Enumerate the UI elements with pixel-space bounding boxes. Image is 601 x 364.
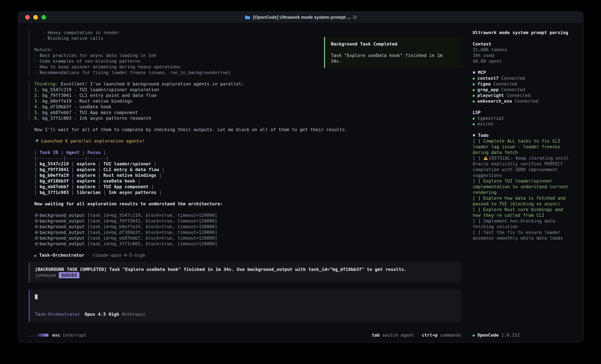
todo-checkbox: [ ]	[473, 138, 483, 144]
gear-icon	[34, 213, 39, 217]
tab-key-hint: tab	[372, 332, 380, 338]
banner-text: [BACKGROUND TASK COMPLETED] Task "Explor…	[35, 267, 456, 272]
tool-name: background_output	[40, 241, 85, 246]
window-titlebar[interactable]: [OpenCode] Ultrawork mode system prompt …	[18, 12, 583, 23]
prompt-input[interactable]: Task-OrchestratorOpus 4.5 HighAnthropic	[29, 290, 461, 322]
connected-dot-icon	[473, 123, 475, 125]
table-cell: bg_37f1c003	[40, 190, 69, 195]
todo-item: [ ] Explore Rust core bindings and how t…	[473, 207, 573, 218]
status-bar-right: tab switch agent ctrl+p commands	[372, 332, 461, 338]
table-cell: explore	[77, 178, 95, 183]
tool-call-line: background_output[task_id=bg_b0effa19, b…	[29, 224, 461, 230]
connected-dot-icon	[473, 83, 475, 86]
input-cursor-line[interactable]	[35, 294, 456, 300]
table-header-cell: Agent	[66, 150, 79, 155]
input-agent-name[interactable]: Task-Orchestrator	[35, 312, 80, 317]
table-row: | bg_f9ff3041 | explore | CLI entry & da…	[29, 167, 461, 172]
agent-header: Task-Orchestrator· claude-opus-4-5-high	[29, 252, 461, 258]
list-number: 1.	[34, 87, 42, 92]
todo-text: Explore Rust core bindings and how they'…	[473, 207, 566, 218]
gear-icon	[34, 230, 39, 235]
sidebar[interactable]: Ultrawork mode system prompt parsing Con…	[473, 23, 583, 342]
todo-text: Explore how data is fetched and passed t…	[473, 196, 568, 206]
table-cell: bg_eb87ebb7	[40, 184, 69, 189]
tab-key-label: switch agent	[382, 332, 414, 338]
sidebar-footer: OpenCode1.0.152	[473, 332, 573, 338]
mcp-name: context7	[477, 76, 499, 81]
list-number: 2.	[34, 93, 42, 98]
table-row: | bg_5547c219 | explore | TUI loader/spi…	[29, 161, 461, 167]
todo-heading[interactable]: ▼ Todo	[473, 133, 573, 138]
tool-output-line: - Recommendations for fixing loader free…	[30, 70, 461, 75]
tool-name: background_output	[40, 230, 85, 235]
table-cell: useData hook	[103, 178, 135, 183]
tool-output-line: - Heavy computation in render	[30, 30, 461, 35]
tool-call-line: background_output[task_id=bg_f9ff3041, b…	[29, 218, 461, 224]
todo-checkbox: [ ]	[473, 207, 483, 212]
context-used: 16% used	[473, 53, 573, 58]
mcp-name: websearch_exa	[477, 98, 512, 104]
agent-name: Task-Orchestrator	[39, 253, 84, 258]
mcp-item-figma: figmaConnected	[473, 81, 573, 87]
list-number: 3.	[34, 98, 42, 104]
table-header-row: | Task ID | Agent | Focus |	[29, 150, 461, 155]
table-cell: bg_5547c219	[40, 161, 69, 166]
task-completed-toast[interactable]: Background Task Completed Task "Explore …	[324, 37, 461, 68]
table-cell: explore	[77, 184, 95, 189]
tool-call-line: background_output[task_id=bg_df18bb3f, b…	[29, 230, 461, 235]
table-row: | bg_37f1c003 | librarian | Ink async pa…	[29, 190, 461, 195]
text-cursor	[35, 294, 38, 299]
close-window-button[interactable]	[25, 15, 30, 19]
todo-item: [ ] CRITICAL: Keep iterating until Oracl…	[473, 155, 573, 178]
mcp-name: playwright	[477, 93, 504, 98]
table-cell: Ink async patterns	[109, 190, 156, 195]
context-spent: $0.00 spent	[473, 58, 573, 64]
queued-user: junhoyeo	[35, 273, 56, 278]
mcp-heading[interactable]: ▼ MCP	[473, 70, 573, 75]
todo-item: [ ] Explore TUI loader/spinner implement…	[473, 178, 573, 195]
mcp-status: Connected	[493, 81, 517, 86]
context-tokens: 31,686 tokens	[473, 47, 573, 53]
tool-args: [task_id=bg_37f1c003, block=true, timeou…	[87, 241, 217, 246]
table-header-cell: Focus	[87, 150, 100, 155]
tool-call-line: background_output[task_id=bg_37f1c003, b…	[29, 241, 461, 247]
todo-checkbox: [ ]	[473, 218, 483, 223]
list-number: 6.	[34, 116, 42, 121]
window-title: [OpenCode] Ultrawork mode system prompt …	[253, 15, 351, 20]
tool-args: [task_id=bg_eb87ebb7, block=true, timeou…	[87, 236, 217, 240]
tool-name: background_output	[40, 236, 85, 240]
connected-dot-icon	[473, 100, 475, 103]
input-footer: Task-OrchestratorOpus 4.5 HighAnthropic	[35, 311, 456, 317]
table-row: | bg_b0effa19 | explore | Rust native bi…	[29, 172, 461, 178]
lsp-name: typescript	[477, 116, 504, 121]
status-bar: esc interrupt tab switch agent ctrl+p co…	[29, 332, 461, 338]
list-text: bg_f9ff3041 - CLI entry point and data f…	[42, 93, 156, 98]
wait-note: Now I'll wait for all of them to complet…	[29, 127, 461, 133]
mcp-status: Connected	[501, 87, 525, 92]
list-text: bg_37f1c003 - Ink async patterns researc…	[42, 116, 151, 121]
folder-icon	[245, 15, 250, 19]
traffic-lights	[25, 15, 46, 19]
progress-bar	[38, 334, 48, 337]
zoom-window-button[interactable]	[41, 15, 46, 19]
gear-icon	[34, 242, 39, 246]
circle-outline-icon	[353, 16, 357, 19]
table-cell: explore	[77, 173, 95, 178]
tool-name: background_output	[40, 213, 85, 218]
list-number: 4.	[34, 104, 42, 109]
list-text: bg_b0effa19 - Rust native bindings	[42, 98, 133, 104]
lsp-heading: LSP	[473, 110, 573, 115]
mcp-item-playwright: playwrightConnected	[473, 93, 573, 98]
banner-meta: junhoyeoQUEUED	[35, 272, 456, 278]
chat-transcript[interactable]: Background Task Completed Task "Explore …	[18, 23, 473, 342]
gear-icon	[34, 236, 39, 240]
gear-icon	[34, 225, 39, 229]
mcp-status: Connected	[507, 93, 531, 98]
esc-key-label: interrupt	[62, 332, 86, 338]
launch-text: Launched 6 parallel exploration agents!	[41, 138, 145, 144]
input-model-name[interactable]: Opus 4.5 High	[85, 312, 119, 317]
tool-call-line: background_output[task_id=bg_5547c219, b…	[29, 212, 461, 218]
todo-checkbox: [ ]	[473, 230, 483, 235]
todo-text: Complete ALL tasks to fix CLI loader lag…	[473, 138, 563, 155]
minimize-window-button[interactable]	[33, 15, 38, 19]
